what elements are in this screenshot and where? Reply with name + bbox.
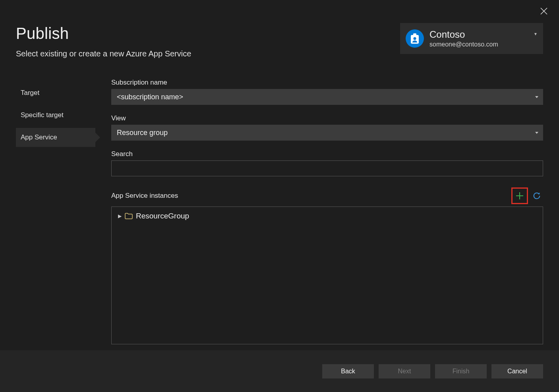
refresh-icon — [532, 191, 541, 200]
publish-dialog: Contoso someone@contoso.com ▼ Publish Se… — [0, 0, 559, 392]
step-specific-target[interactable]: Specific target — [16, 106, 95, 125]
dialog-subtitle: Select existing or create a new Azure Ap… — [16, 49, 191, 58]
subscription-dropdown[interactable]: <subscription name> — [111, 89, 543, 105]
expand-icon[interactable]: ▶ — [118, 213, 122, 219]
tree-item-resourcegroup[interactable]: ▶ ResourceGroup — [116, 210, 539, 222]
chevron-down-icon: ▼ — [534, 32, 538, 36]
avatar-badge-icon — [406, 29, 424, 48]
back-button[interactable]: Back — [322, 364, 374, 378]
view-value: Resource group — [117, 129, 168, 137]
svg-point-4 — [414, 37, 416, 40]
next-button: Next — [379, 364, 430, 378]
plus-icon — [515, 191, 524, 201]
search-label: Search — [111, 150, 543, 158]
app-service-form: Subscription name <subscription name> Vi… — [111, 76, 543, 344]
dialog-footer: Back Next Finish Cancel — [0, 350, 559, 392]
subscription-label: Subscription name — [111, 79, 543, 87]
tree-item-label: ResourceGroup — [136, 212, 189, 220]
step-target[interactable]: Target — [16, 83, 95, 102]
svg-rect-3 — [413, 33, 416, 36]
cancel-button[interactable]: Cancel — [491, 364, 543, 378]
view-label: View — [111, 114, 543, 122]
folder-icon — [125, 213, 133, 219]
instances-label: App Service instances — [111, 192, 178, 200]
wizard-steps: Target Specific target App Service — [16, 76, 95, 344]
search-input[interactable] — [111, 160, 543, 176]
account-email: someone@contoso.com — [429, 41, 534, 48]
instances-tree[interactable]: ▶ ResourceGroup — [111, 207, 543, 344]
dialog-title: Publish — [16, 25, 69, 42]
create-new-button[interactable] — [511, 187, 528, 204]
chevron-down-icon — [535, 132, 538, 134]
account-picker[interactable]: Contoso someone@contoso.com ▼ — [400, 23, 543, 54]
refresh-button[interactable] — [531, 190, 542, 201]
close-button[interactable] — [540, 7, 548, 16]
subscription-value: <subscription name> — [117, 93, 183, 101]
chevron-down-icon — [535, 96, 538, 98]
step-app-service[interactable]: App Service — [16, 128, 95, 147]
account-display-name: Contoso — [429, 29, 534, 41]
view-dropdown[interactable]: Resource group — [111, 125, 543, 141]
finish-button: Finish — [435, 364, 487, 378]
